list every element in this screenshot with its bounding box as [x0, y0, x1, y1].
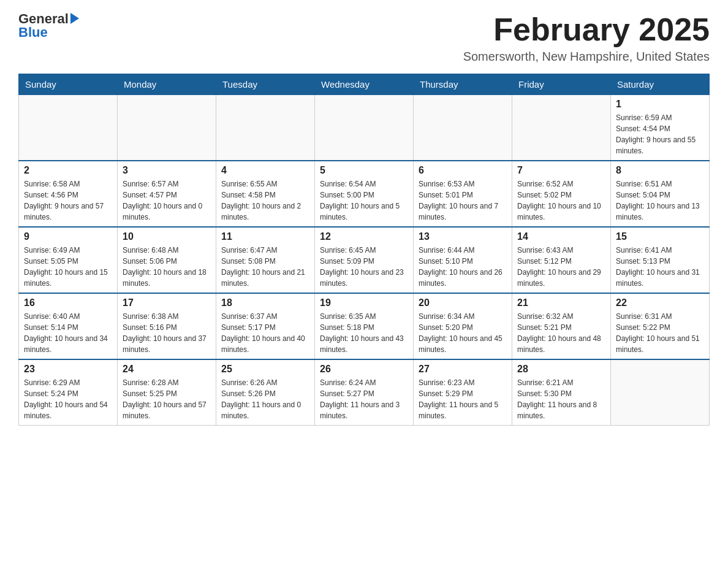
calendar-cell: 21Sunrise: 6:32 AMSunset: 5:21 PMDayligh…: [512, 293, 611, 359]
calendar-cell: 27Sunrise: 6:23 AMSunset: 5:29 PMDayligh…: [414, 359, 512, 426]
day-info: Sunrise: 6:58 AMSunset: 4:56 PMDaylight:…: [24, 178, 112, 223]
day-number: 13: [419, 231, 507, 242]
day-info: Sunrise: 6:59 AMSunset: 4:54 PMDaylight:…: [616, 112, 704, 156]
header-wednesday: Wednesday: [315, 74, 414, 95]
day-number: 20: [419, 297, 507, 308]
day-number: 10: [123, 231, 211, 242]
day-info: Sunrise: 6:21 AMSunset: 5:30 PMDaylight:…: [517, 377, 605, 421]
calendar-header-row: SundayMondayTuesdayWednesdayThursdayFrid…: [19, 74, 710, 95]
day-info: Sunrise: 6:28 AMSunset: 5:25 PMDaylight:…: [123, 377, 211, 421]
day-info: Sunrise: 6:47 AMSunset: 5:08 PMDaylight:…: [221, 245, 309, 289]
day-info: Sunrise: 6:37 AMSunset: 5:17 PMDaylight:…: [221, 311, 309, 355]
day-info: Sunrise: 6:57 AMSunset: 4:57 PMDaylight:…: [123, 178, 211, 223]
day-info: Sunrise: 6:34 AMSunset: 5:20 PMDaylight:…: [419, 311, 507, 355]
day-info: Sunrise: 6:38 AMSunset: 5:16 PMDaylight:…: [123, 311, 211, 355]
day-info: Sunrise: 6:23 AMSunset: 5:29 PMDaylight:…: [419, 377, 507, 421]
day-info: Sunrise: 6:54 AMSunset: 5:00 PMDaylight:…: [320, 178, 408, 223]
subtitle: Somersworth, New Hampshire, United State…: [463, 50, 710, 64]
calendar-cell: 17Sunrise: 6:38 AMSunset: 5:16 PMDayligh…: [118, 293, 216, 359]
calendar-cell: [19, 95, 118, 161]
calendar-week-2: 2Sunrise: 6:58 AMSunset: 4:56 PMDaylight…: [19, 161, 710, 227]
calendar-cell: 4Sunrise: 6:55 AMSunset: 4:58 PMDaylight…: [216, 161, 315, 227]
calendar-week-3: 9Sunrise: 6:49 AMSunset: 5:05 PMDaylight…: [19, 227, 710, 293]
page-title: February 2025: [463, 12, 710, 47]
calendar-cell: 24Sunrise: 6:28 AMSunset: 5:25 PMDayligh…: [118, 359, 216, 426]
day-number: 23: [24, 364, 112, 375]
day-number: 12: [320, 231, 408, 242]
calendar-cell: 2Sunrise: 6:58 AMSunset: 4:56 PMDaylight…: [19, 161, 118, 227]
calendar-cell: 25Sunrise: 6:26 AMSunset: 5:26 PMDayligh…: [216, 359, 315, 426]
calendar-cell: 18Sunrise: 6:37 AMSunset: 5:17 PMDayligh…: [216, 293, 315, 359]
day-info: Sunrise: 6:55 AMSunset: 4:58 PMDaylight:…: [221, 178, 309, 223]
calendar-cell: [315, 95, 414, 161]
day-number: 25: [221, 364, 309, 375]
day-number: 22: [616, 297, 704, 308]
day-info: Sunrise: 6:53 AMSunset: 5:01 PMDaylight:…: [419, 178, 507, 223]
logo-general-text: General: [18, 12, 69, 26]
calendar-cell: 28Sunrise: 6:21 AMSunset: 5:30 PMDayligh…: [512, 359, 611, 426]
calendar-cell: 20Sunrise: 6:34 AMSunset: 5:20 PMDayligh…: [414, 293, 512, 359]
calendar-cell: 1Sunrise: 6:59 AMSunset: 4:54 PMDaylight…: [611, 95, 710, 161]
logo: General Blue: [18, 12, 79, 39]
day-info: Sunrise: 6:44 AMSunset: 5:10 PMDaylight:…: [419, 245, 507, 289]
day-number: 28: [517, 364, 605, 375]
title-section: February 2025 Somersworth, New Hampshire…: [463, 12, 710, 64]
calendar-cell: 9Sunrise: 6:49 AMSunset: 5:05 PMDaylight…: [19, 227, 118, 293]
day-number: 17: [123, 297, 211, 308]
calendar-cell: 8Sunrise: 6:51 AMSunset: 5:04 PMDaylight…: [611, 161, 710, 227]
calendar-cell: [414, 95, 512, 161]
day-info: Sunrise: 6:52 AMSunset: 5:02 PMDaylight:…: [517, 178, 605, 223]
calendar-cell: 11Sunrise: 6:47 AMSunset: 5:08 PMDayligh…: [216, 227, 315, 293]
calendar-cell: 22Sunrise: 6:31 AMSunset: 5:22 PMDayligh…: [611, 293, 710, 359]
day-info: Sunrise: 6:35 AMSunset: 5:18 PMDaylight:…: [320, 311, 408, 355]
header: General Blue February 2025 Somersworth, …: [18, 12, 710, 64]
logo-blue-text: Blue: [18, 26, 48, 39]
day-number: 9: [24, 231, 112, 242]
calendar-cell: 3Sunrise: 6:57 AMSunset: 4:57 PMDaylight…: [118, 161, 216, 227]
calendar-week-1: 1Sunrise: 6:59 AMSunset: 4:54 PMDaylight…: [19, 95, 710, 161]
logo-triangle-icon: [70, 13, 79, 24]
calendar-cell: 16Sunrise: 6:40 AMSunset: 5:14 PMDayligh…: [19, 293, 118, 359]
calendar-cell: 5Sunrise: 6:54 AMSunset: 5:00 PMDaylight…: [315, 161, 414, 227]
calendar-cell: 13Sunrise: 6:44 AMSunset: 5:10 PMDayligh…: [414, 227, 512, 293]
calendar-cell: 14Sunrise: 6:43 AMSunset: 5:12 PMDayligh…: [512, 227, 611, 293]
day-info: Sunrise: 6:49 AMSunset: 5:05 PMDaylight:…: [24, 245, 112, 289]
calendar-cell: 6Sunrise: 6:53 AMSunset: 5:01 PMDaylight…: [414, 161, 512, 227]
day-number: 2: [24, 165, 112, 176]
calendar-cell: 12Sunrise: 6:45 AMSunset: 5:09 PMDayligh…: [315, 227, 414, 293]
day-number: 14: [517, 231, 605, 242]
day-number: 5: [320, 165, 408, 176]
day-info: Sunrise: 6:51 AMSunset: 5:04 PMDaylight:…: [616, 178, 704, 223]
calendar: SundayMondayTuesdayWednesdayThursdayFrid…: [18, 74, 710, 426]
calendar-cell: [118, 95, 216, 161]
day-info: Sunrise: 6:29 AMSunset: 5:24 PMDaylight:…: [24, 377, 112, 421]
header-sunday: Sunday: [19, 74, 118, 95]
day-info: Sunrise: 6:40 AMSunset: 5:14 PMDaylight:…: [24, 311, 112, 355]
day-info: Sunrise: 6:24 AMSunset: 5:27 PMDaylight:…: [320, 377, 408, 421]
day-info: Sunrise: 6:31 AMSunset: 5:22 PMDaylight:…: [616, 311, 704, 355]
calendar-cell: 26Sunrise: 6:24 AMSunset: 5:27 PMDayligh…: [315, 359, 414, 426]
day-number: 11: [221, 231, 309, 242]
day-info: Sunrise: 6:48 AMSunset: 5:06 PMDaylight:…: [123, 245, 211, 289]
calendar-week-4: 16Sunrise: 6:40 AMSunset: 5:14 PMDayligh…: [19, 293, 710, 359]
day-number: 27: [419, 364, 507, 375]
day-info: Sunrise: 6:41 AMSunset: 5:13 PMDaylight:…: [616, 245, 704, 289]
day-number: 21: [517, 297, 605, 308]
day-number: 1: [616, 99, 704, 110]
day-number: 16: [24, 297, 112, 308]
day-info: Sunrise: 6:32 AMSunset: 5:21 PMDaylight:…: [517, 311, 605, 355]
day-info: Sunrise: 6:26 AMSunset: 5:26 PMDaylight:…: [221, 377, 309, 421]
day-number: 3: [123, 165, 211, 176]
calendar-cell: [611, 359, 710, 426]
calendar-cell: [216, 95, 315, 161]
day-number: 15: [616, 231, 704, 242]
day-info: Sunrise: 6:43 AMSunset: 5:12 PMDaylight:…: [517, 245, 605, 289]
header-thursday: Thursday: [414, 74, 512, 95]
day-number: 19: [320, 297, 408, 308]
header-monday: Monday: [118, 74, 216, 95]
day-number: 7: [517, 165, 605, 176]
day-number: 4: [221, 165, 309, 176]
day-info: Sunrise: 6:45 AMSunset: 5:09 PMDaylight:…: [320, 245, 408, 289]
day-number: 18: [221, 297, 309, 308]
day-number: 6: [419, 165, 507, 176]
